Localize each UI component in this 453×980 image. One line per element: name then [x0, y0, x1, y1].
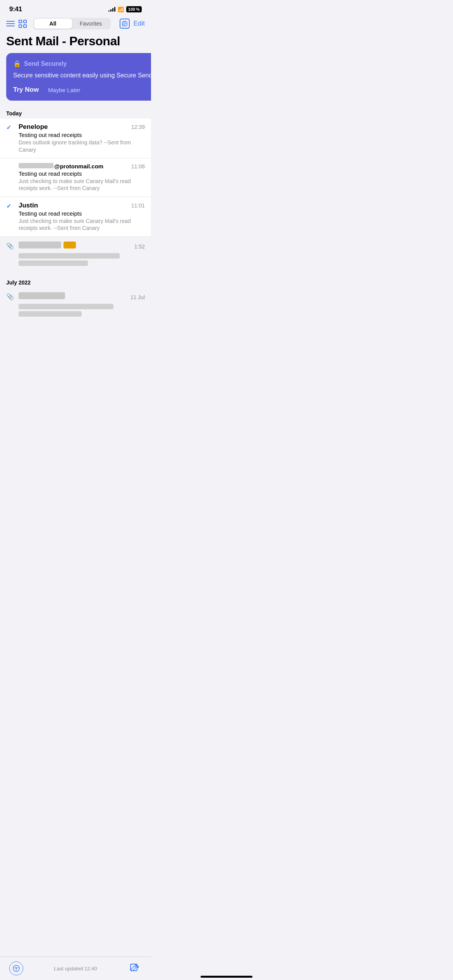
checkmark-icon: ✓: [6, 124, 11, 131]
mail-item-content-blurred-1: 1:52: [19, 242, 145, 268]
mail-sender-penelope: Penelope: [19, 123, 48, 131]
svg-rect-3: [123, 23, 124, 24]
mail-subject-penelope: Testing out read receipts: [19, 132, 145, 138]
mail-item-icon-blurred-1: 📎: [6, 242, 15, 250]
mail-item-penelope[interactable]: ✓ Penelope 12:39 Testing out read receip…: [0, 118, 151, 158]
mail-time-protonmail: 11:08: [131, 163, 145, 170]
mail-item-content-protonmail: @protonmail.com 11:08 Testing out read r…: [19, 163, 145, 192]
mail-time-justin: 11:01: [131, 202, 145, 209]
svg-rect-5: [125, 23, 126, 24]
mail-sender-prefix-blurred: [19, 163, 53, 168]
wifi-icon: 📶: [118, 7, 124, 12]
mail-time-penelope: 12:39: [131, 124, 145, 130]
nav-right: Edit: [120, 19, 145, 29]
promo-maybe-later-button[interactable]: Maybe Later: [48, 87, 80, 93]
svg-rect-6: [123, 24, 124, 25]
paperclip-icon-2: 📎: [6, 293, 14, 300]
battery-icon: 100 %: [126, 6, 142, 12]
section-header-today: Today: [0, 107, 151, 118]
mail-item-content-justin: Justin 11:01 Testing out read receipts J…: [19, 202, 145, 231]
lock-icon: 🔒: [13, 60, 21, 67]
mail-sender-protonmail: @protonmail.com: [54, 163, 103, 170]
svg-rect-4: [124, 23, 125, 24]
mail-list-july: 📎 11 Jul: [0, 288, 151, 324]
checkmark-icon-justin: ✓: [6, 203, 11, 209]
promo-try-now-button[interactable]: Try Now: [13, 86, 39, 94]
grid-view-button[interactable]: [19, 20, 27, 28]
section-label-july: July 2022: [6, 279, 31, 286]
nav-bar: All Favorites Edit: [0, 16, 151, 33]
mail-item-content-penelope: Penelope 12:39 Testing out read receipts…: [19, 123, 145, 153]
mail-preview-protonmail: Just checking to make sure Canary Mail's…: [19, 178, 145, 192]
mail-item-protonmail[interactable]: @protonmail.com 11:08 Testing out read r…: [0, 158, 151, 197]
mail-item-icon-penelope: ✓: [6, 123, 15, 131]
promo-send-securely-body: Secure sensitive content easily using Se…: [13, 71, 151, 80]
status-icons: 📶 100 %: [108, 6, 142, 12]
mail-preview-penelope: Does outlook ignore tracking data? --Sen…: [19, 139, 145, 153]
mail-time-blurred-1: 1:52: [134, 243, 145, 250]
mail-item-icon-protonmail: [6, 163, 15, 164]
segment-favorites[interactable]: Favorites: [72, 19, 110, 29]
segment-control: All Favorites: [33, 18, 111, 29]
mail-time-blurred-2: 11 Jul: [130, 294, 145, 300]
mail-item-content-blurred-2: 11 Jul: [19, 292, 145, 319]
calendar-view-button[interactable]: [120, 19, 130, 29]
section-today: Today ✓ Penelope 12:39 Testing out read …: [0, 107, 151, 273]
edit-button[interactable]: Edit: [134, 20, 145, 27]
battery-level: 100: [128, 7, 135, 12]
promo-send-securely-title: Send Securely: [24, 60, 67, 67]
mail-item-justin[interactable]: ✓ Justin 11:01 Testing out read receipts…: [0, 197, 151, 236]
svg-rect-7: [124, 24, 125, 25]
page-title: Sent Mail - Personal: [0, 33, 151, 53]
mail-sender-justin: Justin: [19, 202, 38, 209]
mail-preview-justin: Just checking to make sure Canary Mail's…: [19, 218, 145, 231]
section-july-2022: July 2022 📎 11 Jul: [0, 276, 151, 324]
mail-item-icon-justin: ✓: [6, 202, 15, 210]
paperclip-icon-1: 📎: [6, 243, 14, 249]
mail-subject-justin: Testing out read receipts: [19, 210, 145, 217]
svg-rect-2: [125, 21, 126, 22]
segment-all[interactable]: All: [34, 19, 72, 29]
signal-icon: [108, 7, 115, 12]
status-time: 9:41: [9, 5, 22, 13]
promo-cards-row: 🔒 Send Securely Secure sensitive content…: [0, 53, 151, 107]
mail-subject-protonmail: Testing out read receipts: [19, 170, 145, 177]
hamburger-menu-button[interactable]: [6, 21, 15, 26]
status-bar: 9:41 📶 100 %: [0, 0, 151, 16]
mail-list-today: ✓ Penelope 12:39 Testing out read receip…: [0, 118, 151, 273]
mail-item-icon-blurred-2: 📎: [6, 292, 15, 300]
mail-item-blurred-2[interactable]: 📎 11 Jul: [0, 288, 151, 324]
mail-item-blurred-1[interactable]: 📎 1:52: [0, 237, 151, 273]
promo-card-send-securely[interactable]: 🔒 Send Securely Secure sensitive content…: [6, 53, 151, 101]
section-header-july: July 2022: [0, 276, 151, 288]
svg-rect-1: [124, 21, 124, 22]
section-label-today: Today: [6, 110, 22, 117]
